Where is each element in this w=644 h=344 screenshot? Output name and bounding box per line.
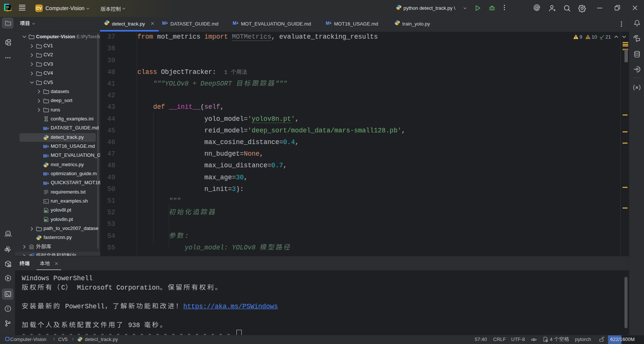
svg-text:M: M [43,126,47,131]
svg-text:M: M [326,21,330,26]
svg-text:M: M [233,21,236,26]
svg-text:M: M [43,144,47,149]
svg-text:M: M [162,21,166,26]
svg-text:M: M [43,180,47,186]
svg-text:M: M [43,171,47,177]
svg-text:PC: PC [6,6,9,8]
svg-text:M: M [43,153,47,158]
